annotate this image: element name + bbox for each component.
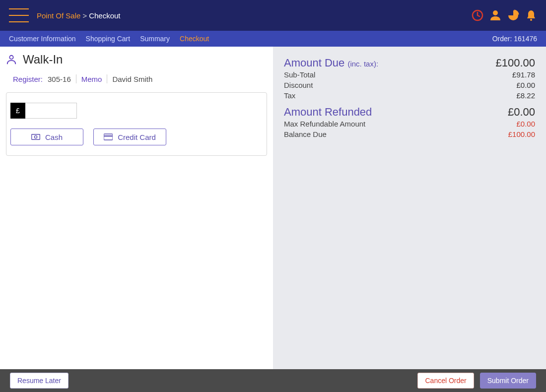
menu-hamburger-icon[interactable] bbox=[9, 8, 29, 22]
nav-checkout[interactable]: Checkout bbox=[180, 35, 209, 43]
main: Walk-In Register: 305-16 Memo David Smit… bbox=[0, 47, 546, 369]
refunded-label: Amount Refunded bbox=[284, 106, 372, 119]
order-number: Order: 161476 bbox=[492, 35, 537, 43]
chart-pie-icon[interactable] bbox=[507, 9, 519, 21]
right-pane: Amount Due (inc. tax): £100.00 Sub-Total… bbox=[273, 47, 546, 369]
customer-row: Walk-In bbox=[6, 53, 267, 66]
tax-row: Tax £8.22 bbox=[284, 91, 535, 100]
svg-point-5 bbox=[34, 135, 37, 138]
resume-later-button[interactable]: Resume Later bbox=[10, 373, 68, 389]
max-refund-value: £0.00 bbox=[516, 120, 535, 128]
register-value: 305-16 bbox=[48, 75, 71, 83]
tax-value: £8.22 bbox=[516, 91, 535, 100]
breadcrumb: Point Of Sale > Checkout bbox=[37, 11, 121, 20]
customer-user-icon bbox=[6, 54, 17, 65]
balance-label: Balance Due bbox=[284, 130, 327, 138]
topbar-icons bbox=[472, 9, 537, 21]
payment-buttons: Cash Credit Card bbox=[10, 129, 263, 145]
max-refund-row: Max Refundable Amount £0.00 bbox=[284, 120, 535, 128]
cash-button-label: Cash bbox=[45, 133, 63, 141]
cash-icon bbox=[31, 133, 40, 140]
register-label: Register: bbox=[13, 75, 43, 83]
clock-icon[interactable] bbox=[472, 9, 483, 21]
separator bbox=[76, 74, 76, 83]
svg-point-1 bbox=[493, 10, 498, 15]
currency-symbol: £ bbox=[10, 103, 25, 119]
cash-button[interactable]: Cash bbox=[10, 129, 83, 145]
credit-card-button[interactable]: Credit Card bbox=[93, 129, 166, 145]
left-pane: Walk-In Register: 305-16 Memo David Smit… bbox=[0, 47, 273, 369]
breadcrumb-root[interactable]: Point Of Sale bbox=[37, 11, 80, 20]
svg-rect-6 bbox=[104, 134, 113, 140]
nav-summary[interactable]: Summary bbox=[140, 35, 170, 43]
submit-order-button[interactable]: Submit Order bbox=[480, 373, 536, 389]
svg-point-2 bbox=[530, 19, 532, 21]
svg-rect-7 bbox=[104, 135, 113, 136]
credit-card-icon bbox=[104, 133, 113, 140]
clerk-name: David Smith bbox=[112, 75, 152, 83]
tax-label: Tax bbox=[284, 91, 295, 100]
svg-point-3 bbox=[9, 56, 13, 59]
balance-value: £100.00 bbox=[508, 130, 535, 138]
bell-icon[interactable] bbox=[525, 9, 537, 21]
balance-row: Balance Due £100.00 bbox=[284, 130, 535, 138]
subnav: Customer Information Shopping Cart Summa… bbox=[0, 31, 546, 47]
meta-row: Register: 305-16 Memo David Smith bbox=[6, 74, 267, 83]
discount-value: £0.00 bbox=[516, 81, 535, 89]
payment-card: £ Cash Credit Card bbox=[6, 92, 267, 156]
breadcrumb-separator: > bbox=[82, 11, 87, 20]
memo-link[interactable]: Memo bbox=[81, 75, 102, 83]
amount-due-sublabel: (inc. tax): bbox=[347, 60, 378, 68]
refunded-value: £0.00 bbox=[508, 106, 535, 119]
topbar: Point Of Sale > Checkout bbox=[0, 0, 546, 31]
nav-shopping-cart[interactable]: Shopping Cart bbox=[86, 35, 131, 43]
svg-rect-4 bbox=[32, 134, 40, 140]
discount-label: Discount bbox=[284, 81, 313, 89]
separator bbox=[107, 74, 107, 83]
breadcrumb-current: Checkout bbox=[89, 11, 120, 20]
user-icon[interactable] bbox=[489, 9, 501, 21]
amount-input-group: £ bbox=[10, 103, 263, 119]
discount-row: Discount £0.00 bbox=[284, 81, 535, 89]
amount-due-row: Amount Due (inc. tax): £100.00 bbox=[284, 57, 535, 69]
subtotal-label: Sub-Total bbox=[284, 70, 315, 79]
nav-customer-information[interactable]: Customer Information bbox=[9, 35, 76, 43]
bottombar: Resume Later Cancel Order Submit Order bbox=[0, 369, 546, 392]
amount-due-label: Amount Due bbox=[284, 57, 344, 69]
amount-input[interactable] bbox=[25, 103, 77, 119]
subtotal-row: Sub-Total £91.78 bbox=[284, 70, 535, 79]
credit-card-button-label: Credit Card bbox=[118, 133, 156, 141]
max-refund-label: Max Refundable Amount bbox=[284, 120, 365, 128]
amount-due-value: £100.00 bbox=[495, 57, 535, 69]
cancel-order-button[interactable]: Cancel Order bbox=[417, 373, 474, 389]
customer-name: Walk-In bbox=[23, 53, 63, 66]
subtotal-value: £91.78 bbox=[512, 70, 535, 79]
refunded-row: Amount Refunded £0.00 bbox=[284, 106, 535, 119]
